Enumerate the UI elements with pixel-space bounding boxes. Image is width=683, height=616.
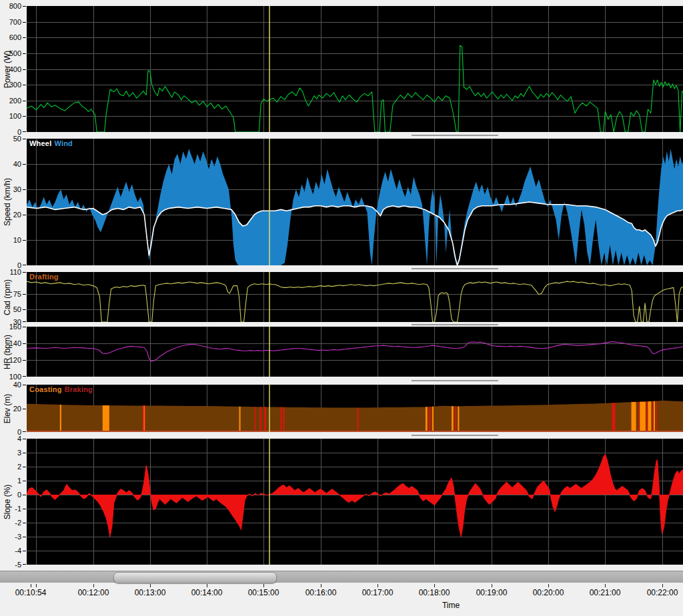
power-ytick-label: 500: [0, 50, 21, 57]
power-plot[interactable]: [27, 6, 683, 132]
power-ytick-label: 200: [0, 97, 21, 105]
hr-ytick-mark: [23, 343, 26, 344]
panel-splitter[interactable]: [412, 268, 498, 269]
slope-ytick-mark: [23, 453, 26, 453]
panel-splitter[interactable]: [412, 435, 498, 436]
elev-plot[interactable]: [27, 385, 683, 432]
cad-ytick-mark: [23, 294, 26, 295]
time-tick: [492, 584, 492, 587]
speed-ytick-mark: [23, 215, 26, 215]
time-tick: [605, 584, 606, 587]
coasting-band: [239, 407, 241, 432]
braking-band: [143, 406, 144, 433]
coasting-band: [632, 402, 636, 432]
time-tick: [321, 584, 321, 587]
slope-axis-label: Slope (%): [3, 484, 12, 519]
elev-ytick-mark: [23, 409, 26, 409]
legend-drafting: Drafting: [29, 273, 59, 281]
coasting-band: [452, 406, 454, 432]
braking-band: [259, 407, 261, 432]
power-ytick-mark: [23, 116, 26, 117]
time-tick-label: 00:18:00: [419, 588, 450, 597]
power-ytick-label: 400: [0, 66, 21, 73]
power-ytick-label: 800: [0, 3, 21, 10]
time-tick: [36, 584, 37, 587]
power-ytick-mark: [23, 69, 26, 70]
braking-band: [656, 401, 657, 432]
time-tick-label: 00:21:00: [590, 588, 621, 597]
cad-legend: Drafting: [29, 273, 61, 281]
coasting-band: [60, 405, 61, 432]
slope-ytick-label: 4: [0, 435, 21, 443]
speed-ytick-mark: [23, 189, 26, 190]
power-ytick-mark: [23, 85, 26, 85]
time-tick: [378, 584, 378, 587]
speed-ytick-label: 40: [0, 161, 21, 168]
time-tick-label: 00:16:00: [305, 588, 337, 597]
time-tick-label: 00:10:54: [15, 588, 47, 597]
coasting-band: [426, 407, 428, 432]
time-tick: [150, 584, 151, 587]
power-ytick-label: 600: [0, 34, 21, 41]
speed-ytick-label: 30: [0, 186, 21, 193]
speed-ytick-mark: [23, 139, 26, 139]
elev-ytick-mark: [23, 385, 26, 385]
slope-ytick-mark: [23, 495, 26, 495]
slope-ytick-label: 3: [0, 449, 21, 457]
cad-ytick-mark: [23, 272, 26, 273]
legend-braking: Braking: [65, 385, 93, 393]
coasting-band: [103, 405, 109, 432]
time-scrollbar-thumb[interactable]: [113, 572, 277, 583]
time-tick: [263, 584, 264, 587]
panel-hr: HR (bpm)160140120100: [0, 327, 683, 377]
time-tick-label: 00:13:00: [135, 588, 166, 597]
braking-band: [455, 406, 456, 432]
cad-ytick-label: 50: [0, 306, 21, 313]
legend-wind: Wind: [54, 139, 73, 147]
coasting-band: [654, 401, 655, 432]
time-axis: Time 00:10:5400:12:0000:13:0000:14:0000:…: [0, 583, 683, 616]
speed-ytick-label: 10: [0, 237, 21, 244]
slope-ytick-mark: [23, 481, 26, 481]
time-tick: [207, 584, 207, 587]
slope-ytick-mark: [23, 509, 26, 509]
panel-speed: Speed (km/h)50403020100WheelWind: [0, 139, 683, 265]
ride-analysis-window: Power (W)8007006005004003002001000Speed …: [0, 0, 683, 616]
legend-coasting: Coasting: [29, 385, 62, 393]
time-tick-label: 00:12:00: [78, 588, 109, 597]
hr-ytick-label: 160: [0, 323, 21, 331]
power-ytick-mark: [23, 101, 26, 101]
power-ytick-label: 300: [0, 81, 21, 89]
panel-splitter[interactable]: [412, 135, 498, 136]
speed-ytick-label: 20: [0, 211, 21, 219]
power-ytick-mark: [23, 53, 26, 54]
slope-plot[interactable]: [27, 439, 683, 565]
cad-ytick-mark: [23, 321, 26, 322]
braking-band: [254, 407, 255, 432]
power-ytick-label: 100: [0, 113, 21, 120]
speed-ytick-mark: [23, 240, 26, 241]
coasting-band: [144, 406, 145, 433]
elev-legend: CoastingBraking: [29, 385, 95, 393]
panel-elev: Elev (m)40200CoastingBraking: [0, 385, 683, 432]
coasting-band: [458, 407, 459, 433]
panel-splitter[interactable]: [412, 380, 498, 381]
time-tick-label: 00:19:00: [476, 588, 508, 597]
time-scrollbar-track[interactable]: [0, 571, 683, 583]
cad-ytick-label: 75: [0, 291, 21, 298]
braking-band: [280, 407, 281, 432]
slope-ytick-mark: [23, 439, 26, 439]
panel-splitter[interactable]: [412, 324, 498, 325]
time-tick: [93, 584, 94, 587]
time-tick: [434, 584, 435, 587]
power-ytick-mark: [23, 131, 26, 132]
time-tick-label: 00:20:00: [533, 588, 564, 597]
coasting-band: [640, 402, 646, 432]
time-tick: [31, 584, 31, 587]
speed-plot[interactable]: [27, 139, 683, 265]
hr-ytick-label: 120: [0, 357, 21, 364]
cad-plot[interactable]: [27, 272, 683, 322]
panel-cad: Cad (rpm)110755030Drafting: [0, 272, 683, 322]
cad-ytick-label: 110: [0, 269, 21, 276]
hr-plot[interactable]: [27, 327, 683, 377]
